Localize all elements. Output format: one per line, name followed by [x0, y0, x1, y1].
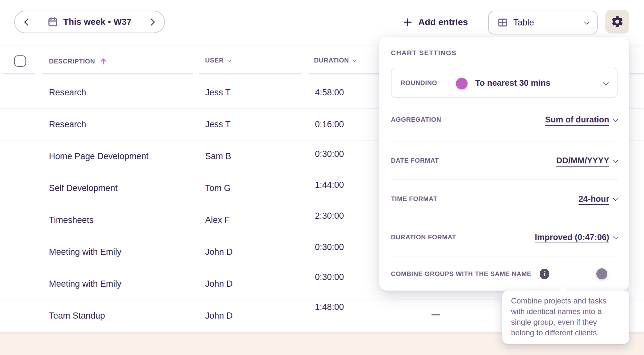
chevron-down-icon [584, 19, 590, 25]
column-header-duration-label: DURATION [314, 57, 349, 64]
previous-week-button[interactable] [24, 18, 32, 26]
column-header-description-label: DESCRIPTION [49, 58, 95, 65]
rounding-value: To nearest 30 mins [475, 78, 551, 88]
settings-row-value: Improved (0:47:06) [535, 232, 609, 242]
chevron-down-icon [613, 116, 619, 122]
settings-rows: AGGREGATION Sum of duration DATE FORMAT … [391, 98, 618, 256]
row-description: Research [49, 77, 86, 109]
row-user: Jess T [205, 109, 231, 140]
chart-settings-panel: CHART SETTINGS ROUNDING To nearest 30 mi… [379, 37, 629, 291]
row-description: Meeting with Emily [49, 268, 121, 300]
settings-gear-button[interactable] [605, 10, 629, 34]
panel-title: CHART SETTINGS [391, 49, 618, 57]
row-user: John D [205, 268, 233, 300]
week-picker[interactable]: This week • W37 [14, 11, 165, 33]
week-label: This week • W37 [63, 17, 131, 27]
row-extra-value: — [431, 299, 440, 331]
settings-row-dropdown[interactable]: Improved (0:47:06) [535, 232, 618, 242]
settings-row-value: DD/MM/YYYY [556, 156, 609, 166]
plus-icon [402, 17, 413, 28]
column-underline [3, 73, 35, 74]
toggle-thumb [596, 268, 607, 279]
settings-row-value: Sum of duration [545, 115, 609, 125]
gear-icon [611, 15, 624, 28]
row-duration: 0:30:00 [315, 231, 344, 263]
settings-row-label: AGGREGATION [391, 116, 441, 123]
combine-groups-tooltip: Combine projects and tasks with identica… [502, 291, 629, 344]
chevron-right-icon [147, 18, 155, 26]
row-description: Meeting with Emily [49, 236, 121, 268]
row-user: Jess T [205, 77, 231, 109]
settings-row-label: DURATION FORMAT [391, 234, 456, 241]
next-week-button[interactable] [147, 18, 155, 26]
chevron-down-icon [613, 196, 619, 201]
chevron-down-icon [613, 157, 619, 163]
column-underline [42, 73, 193, 74]
settings-row: AGGREGATION Sum of duration [391, 98, 618, 141]
rounding-setting: ROUNDING To nearest 30 mins [391, 68, 618, 98]
column-header-duration[interactable]: DURATION [314, 57, 356, 64]
view-selector-dropdown[interactable]: Table [488, 11, 598, 34]
settings-row-dropdown[interactable]: DD/MM/YYYY [556, 156, 618, 166]
settings-row: TIME FORMAT 24-hour [391, 179, 618, 218]
row-duration: 1:44:00 [315, 169, 344, 201]
week-picker-trigger[interactable]: This week • W37 [47, 16, 131, 27]
settings-row: DURATION FORMAT Improved (0:47:06) [391, 218, 618, 256]
combine-groups-setting: COMBINE GROUPS WITH THE SAME NAME i [391, 256, 618, 291]
settings-row-value: 24-hour [579, 194, 609, 204]
chevron-down-icon[interactable] [603, 80, 609, 85]
row-description: Team Standup [49, 300, 105, 332]
settings-row-label: DATE FORMAT [391, 157, 439, 164]
row-user: Alex F [205, 204, 230, 236]
row-user: John D [205, 236, 233, 268]
calendar-icon [47, 16, 58, 27]
chevron-down-icon [613, 234, 619, 239]
row-duration: 2:30:00 [315, 200, 344, 232]
chevron-down-icon [227, 57, 232, 62]
view-selector-label: Table [513, 18, 580, 28]
row-description: Research [49, 109, 86, 140]
add-entries-button[interactable]: Add entries [400, 13, 470, 32]
column-header-user-label: USER [205, 57, 224, 64]
settings-row-label: TIME FORMAT [391, 195, 437, 203]
sort-ascending-icon [99, 57, 108, 66]
row-duration: 0:30:00 [315, 138, 344, 170]
tooltip-text: Combine projects and tasks with identica… [511, 296, 606, 337]
row-description: Home Page Development [49, 140, 148, 172]
row-description: Self Development [49, 172, 118, 204]
rounding-label: ROUNDING [401, 79, 437, 87]
row-duration: 0:16:00 [315, 109, 344, 140]
settings-row-dropdown[interactable]: 24-hour [579, 194, 618, 204]
column-underline [630, 73, 644, 74]
combine-groups-label: COMBINE GROUPS WITH THE SAME NAME [391, 270, 531, 278]
table-grid-icon [497, 17, 508, 28]
toggle-thumb [456, 78, 468, 89]
settings-row-dropdown[interactable]: Sum of duration [545, 115, 618, 125]
chevron-down-icon [352, 57, 357, 62]
combine-groups-toggle[interactable] [598, 270, 618, 277]
column-underline [199, 73, 301, 74]
info-icon[interactable]: i [540, 269, 549, 279]
row-user: John D [205, 300, 233, 332]
row-duration: 1:48:00 [315, 291, 344, 323]
row-user: Tom G [205, 172, 231, 204]
row-user: Sam B [205, 140, 231, 172]
column-underline [308, 73, 379, 74]
select-all-checkbox[interactable] [14, 55, 26, 67]
chevron-left-icon [24, 18, 32, 26]
row-duration: 0:30:00 [315, 261, 344, 293]
row-duration: 4:58:00 [315, 77, 344, 109]
rounding-toggle[interactable] [447, 80, 466, 86]
column-header-user[interactable]: USER [205, 57, 231, 64]
column-header-description[interactable]: DESCRIPTION [49, 57, 108, 66]
settings-row: DATE FORMAT DD/MM/YYYY [391, 141, 618, 179]
row-description: Timesheets [49, 204, 94, 236]
add-entries-label: Add entries [418, 17, 468, 27]
